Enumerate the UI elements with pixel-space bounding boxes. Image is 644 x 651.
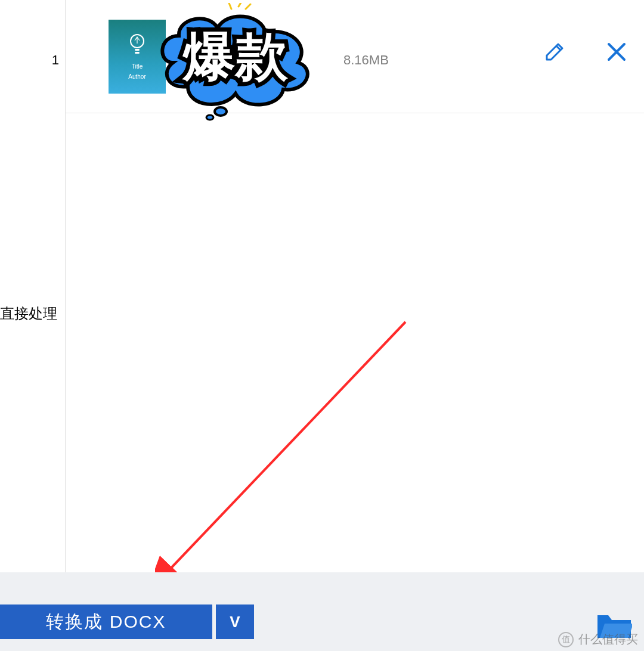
- convert-button-group: 转换成 DOCX V: [0, 604, 254, 639]
- convert-format-dropdown[interactable]: V: [216, 604, 254, 639]
- convert-button[interactable]: 转换成 DOCX: [0, 604, 212, 639]
- svg-rect-1: [135, 49, 140, 51]
- pencil-icon: [543, 40, 566, 64]
- chevron-down-icon: V: [230, 613, 240, 631]
- file-thumbnail: Title Author: [109, 20, 166, 94]
- sidebar-partial-text: 直接处理: [0, 304, 57, 323]
- annotation-arrow: [155, 316, 423, 590]
- bottom-toolbar: 转换成 DOCX V 值 什么值得买: [0, 572, 644, 651]
- file-row[interactable]: Title Author 8.16MB: [66, 15, 644, 113]
- watermark-text: 什么值得买: [578, 631, 638, 647]
- svg-rect-2: [135, 52, 140, 54]
- file-size: 8.16MB: [343, 52, 389, 68]
- svg-point-7: [206, 115, 213, 120]
- row-number: 1: [52, 52, 59, 68]
- watermark: 值 什么值得买: [558, 631, 638, 647]
- sidebar: 1 直接处理: [0, 0, 66, 572]
- file-actions: [541, 39, 630, 65]
- thumb-author: Author: [128, 73, 145, 80]
- svg-line-4: [246, 4, 250, 9]
- svg-line-3: [239, 3, 242, 7]
- lightbulb-icon: [129, 33, 145, 56]
- close-icon: [606, 42, 627, 62]
- svg-line-8: [167, 322, 405, 572]
- thumb-title: Title: [132, 63, 143, 70]
- svg-line-5: [229, 3, 231, 9]
- remove-button[interactable]: [603, 39, 630, 65]
- edit-button[interactable]: [541, 39, 568, 65]
- watermark-badge: 值: [558, 632, 574, 647]
